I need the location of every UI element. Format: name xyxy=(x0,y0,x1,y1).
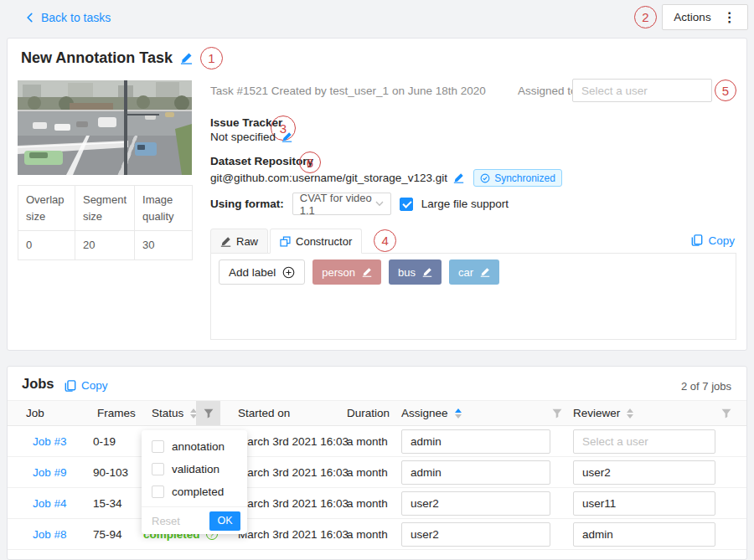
filter-ok-button[interactable]: OK xyxy=(209,511,240,531)
jobs-table-header: Job Frames Status Started on Duration As… xyxy=(8,400,746,426)
copy-labels-link[interactable]: Copy xyxy=(691,234,735,247)
label-tag-bus[interactable]: bus xyxy=(389,259,442,285)
col-frames: Frames xyxy=(97,401,136,425)
assignee-input[interactable] xyxy=(401,522,550,547)
assigned-to-label: Assigned to xyxy=(518,85,577,97)
reviewer-sorter[interactable] xyxy=(627,408,633,419)
filter-option-annotation-label: annotation xyxy=(172,440,225,453)
large-file-support-checkbox[interactable] xyxy=(400,198,413,211)
task-meta: Task #1521 Created by test_user_1 on Jun… xyxy=(210,85,486,97)
col-reviewer-label: Reviewer xyxy=(573,407,620,419)
add-label-button[interactable]: Add label xyxy=(219,259,305,285)
tab-constructor-label: Constructor xyxy=(296,235,352,248)
label-tag-bus-name: bus xyxy=(398,266,416,279)
assignee-input[interactable] xyxy=(401,491,550,516)
chevron-down-icon xyxy=(375,201,384,207)
param-value-quality: 30 xyxy=(135,231,192,259)
completed-checkbox[interactable] xyxy=(152,486,164,498)
reviewer-input[interactable] xyxy=(573,522,715,547)
annotation-circle-5: 5 xyxy=(715,80,736,101)
reviewer-input[interactable] xyxy=(573,460,715,485)
edit-task-name-icon[interactable] xyxy=(180,52,193,64)
jobs-card: Jobs Copy 2 of 7 jobs Job Frames Status … xyxy=(7,366,747,560)
param-header-quality: Image quality xyxy=(135,186,192,231)
issue-tracker-value: Not specified xyxy=(210,131,276,143)
label-tag-car-name: car xyxy=(458,266,473,279)
table-row: Job #4 15-34 March 3rd 2021 16:03 a mont… xyxy=(8,488,746,519)
started-cell: March 3rd 2021 16:03 xyxy=(238,457,349,487)
actions-label: Actions xyxy=(674,11,710,23)
filter-reset-button[interactable]: Reset xyxy=(152,515,180,527)
annotation-circle-1: 1 xyxy=(200,47,223,69)
back-chevron-icon xyxy=(25,13,34,23)
param-value-segment: 20 xyxy=(75,231,135,259)
job-link[interactable]: Job #4 xyxy=(33,488,67,518)
validation-checkbox[interactable] xyxy=(152,463,164,475)
tab-constructor[interactable]: Constructor xyxy=(270,229,362,254)
assignee-filter-button[interactable] xyxy=(552,401,562,425)
copy-jobs-link[interactable]: Copy xyxy=(65,379,108,392)
duration-cell: a month xyxy=(347,519,388,549)
pencil-icon xyxy=(220,236,231,247)
status-filter-dropdown: annotation validation completed Reset OK xyxy=(142,430,247,534)
jobs-count: 2 of 7 jobs xyxy=(681,380,731,393)
dataset-repository-url: git@github.com:username/git_storage_v123… xyxy=(210,172,447,184)
reviewer-input[interactable] xyxy=(573,491,715,516)
copy-labels-label: Copy xyxy=(708,234,735,247)
job-link[interactable]: Job #8 xyxy=(33,519,67,549)
duration-cell: a month xyxy=(347,488,388,518)
label-constructor-area: Add label person bus car xyxy=(210,254,736,340)
back-to-tasks-link[interactable]: Back to tasks xyxy=(25,11,111,24)
filter-option-validation[interactable]: validation xyxy=(142,458,247,480)
col-duration: Duration xyxy=(347,401,390,425)
col-reviewer[interactable]: Reviewer xyxy=(573,401,633,425)
frames-cell: 90-103 xyxy=(93,457,128,487)
filter-option-completed-label: completed xyxy=(172,486,224,498)
reviewer-input[interactable] xyxy=(573,429,715,454)
format-select[interactable]: CVAT for video 1.1 xyxy=(292,193,391,215)
col-status[interactable]: Status xyxy=(152,401,197,425)
edit-label-icon[interactable] xyxy=(362,267,372,277)
task-preview-image xyxy=(18,80,192,175)
started-cell: March 3rd 2021 16:03 xyxy=(238,519,349,549)
job-link[interactable]: Job #3 xyxy=(33,426,67,456)
annotation-checkbox[interactable] xyxy=(152,440,164,453)
filter-option-completed[interactable]: completed xyxy=(142,480,247,503)
col-job: Job xyxy=(26,401,44,425)
edit-label-icon[interactable] xyxy=(422,267,432,277)
copy-jobs-label: Copy xyxy=(81,379,108,392)
job-link[interactable]: Job #9 xyxy=(33,457,67,487)
label-tag-person-name: person xyxy=(322,266,355,279)
label-tag-person[interactable]: person xyxy=(312,259,381,285)
edit-repository-icon[interactable] xyxy=(453,172,464,183)
table-row: Job #9 90-103 March 3rd 2021 16:03 a mon… xyxy=(8,457,746,488)
task-assignee-input[interactable] xyxy=(572,79,712,102)
task-details-card: New Annotation Task 1 xyxy=(7,38,747,351)
sync-status-label: Synchronized xyxy=(494,172,555,184)
add-label-text: Add label xyxy=(229,266,276,279)
frames-cell: 15-34 xyxy=(93,488,122,518)
filter-option-annotation[interactable]: annotation xyxy=(142,435,247,458)
tab-raw[interactable]: Raw xyxy=(210,229,268,254)
annotation-circle-2: 2 xyxy=(634,6,657,28)
col-status-label: Status xyxy=(152,407,183,419)
started-cell: March 3rd 2021 16:03 xyxy=(238,426,349,456)
assignee-input[interactable] xyxy=(401,460,550,485)
label-tag-car[interactable]: car xyxy=(449,259,499,285)
sync-status-badge: Synchronized xyxy=(473,169,562,187)
started-cell: March 3rd 2021 16:03 xyxy=(238,488,349,518)
frames-cell: 75-94 xyxy=(93,519,122,549)
reviewer-filter-button[interactable] xyxy=(721,401,731,425)
col-assignee[interactable]: Assignee xyxy=(401,401,462,425)
status-filter-button[interactable] xyxy=(196,401,220,425)
kebab-menu-icon: ⋮ xyxy=(723,11,736,24)
edit-issue-tracker-icon[interactable] xyxy=(281,131,292,142)
table-row: Job #8 75-94 completed ? March 3rd 2021 … xyxy=(8,519,746,550)
assignee-input[interactable] xyxy=(401,429,550,454)
edit-label-icon[interactable] xyxy=(480,267,490,277)
actions-button[interactable]: Actions ⋮ xyxy=(662,4,748,30)
assignee-sorter[interactable] xyxy=(455,408,462,419)
cvat-task-page: Back to tasks 2 Actions ⋮ New Annotation… xyxy=(0,0,754,560)
back-link-label: Back to tasks xyxy=(41,11,111,24)
blocks-icon xyxy=(280,236,291,247)
